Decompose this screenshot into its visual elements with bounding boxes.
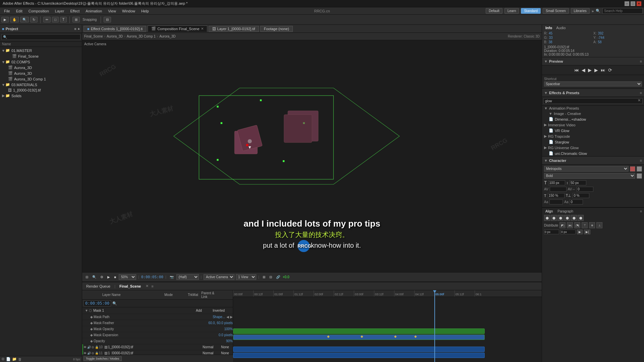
tab-layer[interactable]: 🖼 Layer 1_[0000-0192].tif [209,26,259,32]
menu-edit[interactable]: Edit [13,8,25,14]
hand-tool[interactable]: ✋ [10,17,19,22]
opacity-expand[interactable]: ◆ [90,339,93,343]
camera-orbit-tool[interactable]: ↻ [30,17,38,22]
viewer-view-select[interactable]: 1 View 2 Views 4 Views [236,274,256,280]
align-hcenter[interactable]: ⬤ [551,215,557,221]
breadcrumb-item-4[interactable]: Aurora_3D [159,35,175,38]
keyframe-11-1[interactable]: ◆ [327,335,330,338]
align-apply[interactable]: ▶ [577,230,583,234]
char-size3-input[interactable] [573,193,589,198]
timeline-tab-final[interactable]: Final_Scene [117,284,144,289]
char-size-input[interactable] [548,180,565,185]
align-top[interactable]: ⬤ [564,215,570,221]
layer-row-mask1[interactable]: ▼ ⬡ Mask 1 Add Inverted [82,307,233,314]
project-panel-new-folder[interactable]: + [78,27,80,31]
align-left[interactable]: ⬤ [544,215,550,221]
viewer-home-btn[interactable]: ⊟ [84,275,90,280]
align-tab-align[interactable]: Align [544,209,554,214]
effects-group-immersive[interactable]: ▶ Immersive Video [542,122,644,128]
layer-audio-11[interactable]: 🔊 [87,352,91,355]
shortcut-select[interactable]: Spacebar Numpad 0 [544,81,642,86]
layer-vis-10[interactable]: 👁 [84,346,87,349]
mask-path-expand[interactable]: ◆ [90,315,93,319]
layer-vis-11[interactable]: 👁 [84,352,87,355]
breadcrumb-item-1[interactable]: Final_Scene [84,35,103,38]
char-fill-color[interactable] [630,166,635,172]
mask-expansion-expand[interactable]: ◆ [90,333,93,337]
effects-search-close[interactable]: ✕ [638,98,641,103]
preview-first-frame[interactable]: ⏮ [574,67,580,73]
layer-mode-10[interactable]: Normal [203,345,221,349]
workspace-libraries[interactable]: Libraries [571,8,590,14]
viewer-camera-icon[interactable]: 📷 [168,275,175,280]
layer-expand-mask1[interactable]: ▼ [85,309,88,312]
menu-animation[interactable]: Animation [83,8,105,14]
track-bar-11[interactable] [233,335,485,340]
keyframe-11-3[interactable]: ◆ [394,335,397,338]
layer-audio-10[interactable]: 🔊 [87,346,91,349]
project-folder-comps[interactable]: ▼ 📁 02.COMPS [0,59,82,65]
menu-composition[interactable]: Composition [26,8,52,14]
proj-settings-icon[interactable]: ⚙ [1,357,5,361]
timeline-tab-menu[interactable]: ≡ [151,284,153,288]
align-tool[interactable]: ⊟ [104,17,111,22]
project-panel-expand[interactable]: ≡ [74,27,76,31]
info-tab-info[interactable]: Info [544,25,553,30]
layer-solo-10[interactable]: ⊙ [92,346,94,349]
effects-group-image-creative[interactable]: ▼ Image - Creative [542,111,644,116]
project-search-input[interactable] [1,34,80,40]
layer-lock-10[interactable]: 🔒 [95,346,99,349]
dist-vcenter[interactable]: ⊕ [589,222,595,228]
character-menu-icon[interactable]: ≡ [640,159,642,163]
track-bar-12[interactable] [233,347,485,352]
align-menu-icon[interactable]: ≡ [640,209,642,213]
mask-feather-expand[interactable]: ◆ [90,321,93,325]
info-tab-audio[interactable]: Audio [555,25,567,30]
preview-loop[interactable]: ⟳ [607,67,613,73]
breadcrumb-item-3[interactable]: Aurora_3D Comp 1 [127,35,156,38]
menu-window[interactable]: Window [119,8,138,14]
workspace-more-icon[interactable]: » [592,9,594,13]
timeline-tab-render[interactable]: Render Queue [84,284,113,289]
breadcrumb-item-2[interactable]: Aurora_3D [107,35,123,38]
char-weight-select[interactable]: Bold Regular [544,173,635,179]
playhead[interactable] [434,290,435,362]
align-bottom[interactable]: ⬤ [578,215,584,221]
tab-footage[interactable]: Footage (none) [260,26,293,32]
menu-file[interactable]: File [1,8,13,14]
align-offset-x[interactable] [544,230,559,234]
tab-effect-controls[interactable]: ■ Effect Controls 1_[0000-0192].ti [84,26,146,32]
workspace-small-screen[interactable]: Small Screen [543,8,569,14]
char-baseline-input[interactable] [549,199,563,204]
viewer-3d-grid[interactable]: ⊞ [261,275,267,280]
effects-panel-header[interactable]: ▼ Effects & Presets ≡ [542,89,644,97]
toggle-switches-modes[interactable]: Toggle Switches / Modes [84,356,122,361]
viewer-play-btn[interactable]: ▶ [106,275,111,280]
dist-top[interactable]: ⊤ [582,222,588,228]
effects-search-input[interactable] [543,98,643,104]
viewer-guide[interactable]: ⊟ [268,275,273,280]
layer-solo-11[interactable]: ⊙ [92,352,94,355]
zoom-tool[interactable]: 🔍 [20,17,29,22]
viewer-stop-btn[interactable]: ■ [113,275,117,280]
character-panel-header[interactable]: ▼ Character ≡ [542,157,644,165]
char-tracking-input[interactable] [577,187,593,192]
preview-header[interactable]: ▼ Preview ≡ [542,57,644,65]
char-font-select[interactable]: Metropolis [544,166,629,172]
char-size2-input[interactable] [548,193,565,198]
proj-new-comp-icon[interactable]: 📄 [6,357,11,361]
layer-lock-11[interactable]: 🔒 [95,352,99,355]
maximize-button[interactable]: □ [631,1,635,6]
effects-group-animation-presets[interactable]: ▼ Animation Presets [542,106,644,111]
viewer-quality-select[interactable]: (Half) (Full) (Quarter) [176,274,199,280]
workspace-default[interactable]: Default [486,8,502,14]
mask-path-arrows[interactable]: ◀ ▶ [226,315,233,319]
menu-view[interactable]: View [105,8,119,14]
effects-group-rg-trapcode[interactable]: ▶ RG Trapcode [542,133,644,139]
char-tsume-input[interactable] [570,199,583,204]
effects-menu-icon[interactable]: ≡ [640,91,642,95]
preview-play[interactable]: ▶ [587,67,592,73]
layer-row-mask-feather[interactable]: ◆ Mask Feather 60.0, 60.0 pixels [82,320,233,326]
effects-item-vr-glow[interactable]: 📄 VR Glow [542,128,644,133]
layer-row-mask-expansion[interactable]: ◆ Mask Expansion 0.0 pixels [82,332,233,338]
